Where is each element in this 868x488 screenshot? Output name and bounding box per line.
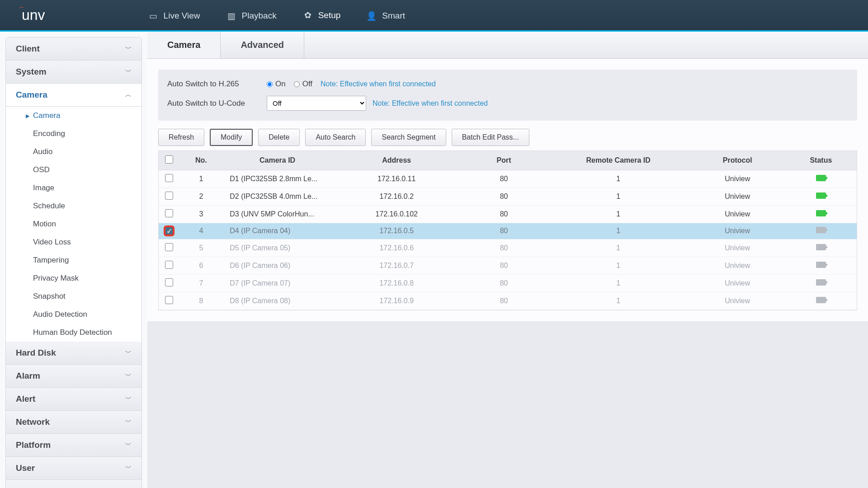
cell-port: 80 (461, 292, 547, 310)
sidebar-sub-motion[interactable]: Motion (6, 215, 142, 233)
col-no: No. (179, 151, 222, 170)
cell-address: 172.16.0.11 (332, 170, 461, 188)
row-checkbox[interactable] (165, 192, 173, 200)
cell-address: 172.16.0.102 (332, 206, 461, 223)
table-row[interactable]: 3D3 (UNV 5MP ColorHun...172.16.0.102801U… (159, 206, 857, 223)
radio-h265-off[interactable]: Off (294, 80, 312, 89)
cell-remote-id: 1 (547, 170, 689, 188)
cell-address: 172.16.0.5 (332, 223, 461, 239)
sidebar-item-alert[interactable]: Alert﹀ (6, 388, 142, 411)
cell-port: 80 (461, 274, 547, 292)
person-icon: 👤 (368, 12, 376, 20)
sidebar-sub-camera[interactable]: Camera (6, 107, 142, 125)
sidebar-sub-image[interactable]: Image (6, 179, 142, 197)
sidebar-item-hard-disk[interactable]: Hard Disk﹀ (6, 342, 142, 365)
cell-camera-id: D5 (IP Camera 05) (222, 239, 332, 257)
chevron-down-icon: ﹀ (125, 68, 132, 76)
select-ucode[interactable]: OffBasicAdvanced (267, 96, 366, 111)
table-row[interactable]: ✓4D4 (IP Camera 04)172.16.0.5801Uniview (159, 223, 857, 239)
chevron-down-icon: ﹀ (125, 349, 132, 357)
cell-camera-id: D6 (IP Camera 06) (222, 257, 332, 274)
auto-search-button[interactable]: Auto Search (305, 129, 366, 146)
cell-no: 1 (179, 170, 222, 188)
chevron-down-icon: ﹀ (125, 45, 132, 53)
table-row[interactable]: 6D6 (IP Camera 06)172.16.0.7801Uniview (159, 257, 857, 274)
col-remote-camera-id: Remote Camera ID (547, 151, 689, 170)
row-checkbox[interactable] (165, 296, 173, 304)
nav-playback[interactable]: ▥Playback (214, 0, 290, 32)
sidebar-item-network[interactable]: Network﹀ (6, 411, 142, 434)
table-row[interactable]: 8D8 (IP Camera 08)172.16.0.9801Uniview (159, 292, 857, 310)
cell-no: 5 (179, 239, 222, 257)
nav-live-view[interactable]: ▭Live View (136, 0, 214, 32)
cell-no: 8 (179, 292, 222, 310)
sidebar-item-maintenance[interactable]: Maintenance﹀ (6, 480, 142, 488)
sidebar-item-user[interactable]: User﹀ (6, 457, 142, 480)
cell-no: 6 (179, 257, 222, 274)
row-checkbox[interactable] (165, 209, 173, 217)
sidebar-sub-audio-detection[interactable]: Audio Detection (6, 305, 142, 324)
modify-button[interactable]: Modify (210, 129, 253, 146)
cell-protocol: Uniview (690, 274, 785, 292)
table-row[interactable]: 1D1 (IPC325SB 2.8mm Le...172.16.0.11801U… (159, 170, 857, 188)
sidebar-item-platform[interactable]: Platform﹀ (6, 434, 142, 457)
search-segment-button[interactable]: Search Segment (371, 129, 446, 146)
tab-advanced[interactable]: Advanced (221, 32, 304, 58)
select-all-checkbox[interactable] (165, 155, 173, 164)
refresh-button[interactable]: Refresh (158, 129, 204, 146)
setting-h265: Auto Switch to H.265 On Off Note: Effect… (167, 76, 848, 92)
table-row[interactable]: 2D2 (IPC325SB 4.0mm Le...172.16.0.2801Un… (159, 188, 857, 206)
sidebar-sub-tampering[interactable]: Tampering (6, 251, 142, 269)
camera-offline-icon (816, 279, 826, 286)
row-checkbox[interactable]: ✓ (165, 227, 173, 235)
tab-camera[interactable]: Camera (147, 32, 221, 58)
cell-no: 3 (179, 206, 222, 223)
cell-port: 80 (461, 206, 547, 223)
delete-button[interactable]: Delete (258, 129, 300, 146)
sidebar-item-alarm[interactable]: Alarm﹀ (6, 365, 142, 388)
nav-setup[interactable]: ✿Setup (290, 0, 354, 32)
table-row[interactable]: 7D7 (IP Camera 07)172.16.0.8801Uniview (159, 274, 857, 292)
sidebar-sub-osd[interactable]: OSD (6, 161, 142, 179)
camera-online-icon (816, 192, 826, 199)
sidebar-sub-privacy-mask[interactable]: Privacy Mask (6, 269, 142, 287)
setting-h265-label: Auto Switch to H.265 (167, 80, 267, 89)
cell-status (785, 206, 857, 223)
menu-label: Alarm (16, 371, 40, 381)
batch-edit-pass-button[interactable]: Batch Edit Pass... (452, 129, 529, 146)
col-status: Status (785, 151, 857, 170)
cell-status (785, 223, 857, 239)
col-protocol: Protocol (690, 151, 785, 170)
sidebar-item-system[interactable]: System﹀ (6, 61, 142, 84)
sidebar-sub-video-loss[interactable]: Video Loss (6, 233, 142, 251)
settings-panel: Auto Switch to H.265 On Off Note: Effect… (158, 70, 857, 121)
row-checkbox[interactable] (165, 278, 173, 286)
sidebar-item-client[interactable]: Client﹀ (6, 38, 142, 61)
sidebar-menu: Client﹀System﹀Camera︿CameraEncodingAudio… (5, 37, 142, 488)
chevron-up-icon: ︿ (125, 91, 132, 99)
setting-ucode-label: Auto Switch to U-Code (167, 99, 267, 108)
sidebar-item-camera[interactable]: Camera︿ (6, 84, 142, 107)
tabs: Camera Advanced (147, 32, 868, 59)
menu-label: Client (16, 44, 40, 54)
table-row[interactable]: 5D5 (IP Camera 05)172.16.0.6801Uniview (159, 239, 857, 257)
camera-online-icon (816, 175, 826, 181)
nav-label: Setup (318, 10, 341, 20)
row-checkbox[interactable] (165, 261, 173, 269)
camera-offline-icon (816, 227, 826, 233)
sidebar-sub-human-body-detection[interactable]: Human Body Detection (6, 324, 142, 342)
cell-protocol: Uniview (690, 257, 785, 274)
sidebar-sub-encoding[interactable]: Encoding (6, 125, 142, 143)
chevron-down-icon: ﹀ (125, 372, 132, 380)
sidebar-sub-snapshot[interactable]: Snapshot (6, 287, 142, 305)
chevron-down-icon: ﹀ (125, 418, 132, 426)
cell-address: 172.16.0.9 (332, 292, 461, 310)
row-checkbox[interactable] (165, 174, 173, 182)
row-checkbox[interactable] (165, 243, 173, 251)
nav-smart[interactable]: 👤Smart (354, 0, 419, 32)
sidebar-sub-audio[interactable]: Audio (6, 143, 142, 161)
col-camera-id: Camera ID (222, 151, 332, 170)
radio-h265-on[interactable]: On (267, 80, 286, 89)
sidebar-sub-schedule[interactable]: Schedule (6, 197, 142, 215)
cell-camera-id: D4 (IP Camera 04) (222, 223, 332, 239)
